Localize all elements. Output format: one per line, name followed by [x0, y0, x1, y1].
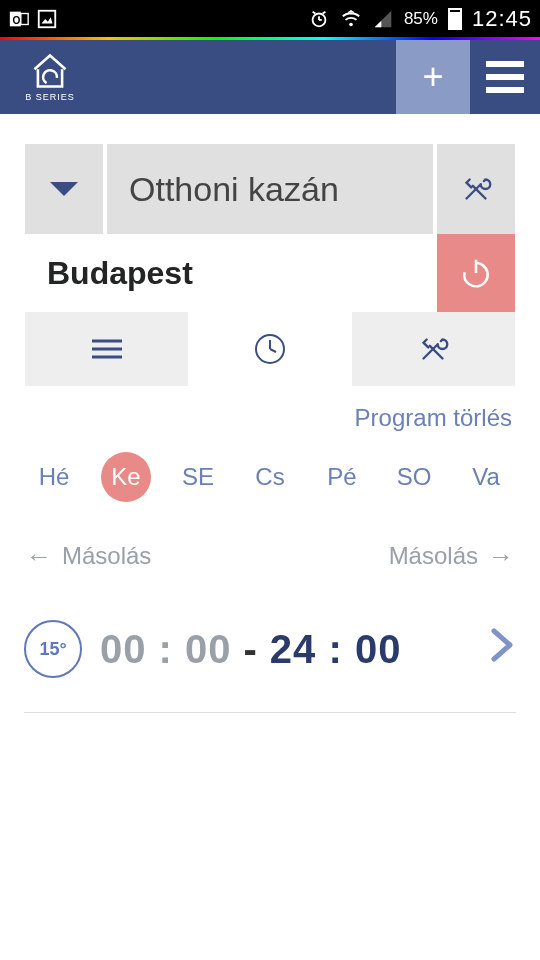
outlook-icon: O	[8, 8, 30, 30]
svg-point-10	[349, 22, 353, 26]
plus-icon: +	[422, 56, 443, 98]
chevron-down-icon	[50, 182, 78, 196]
copy-next-label: Másolás	[389, 542, 478, 570]
copy-row: ← Másolás Másolás →	[0, 518, 540, 594]
svg-rect-1	[21, 13, 28, 24]
svg-line-8	[312, 11, 315, 13]
device-selector: Otthoni kazán	[25, 144, 515, 234]
tab-list[interactable]	[25, 312, 188, 386]
status-bar: O 85% 12:45	[0, 0, 540, 37]
location-row: Budapest	[25, 234, 515, 312]
app-header: B SERIES +	[0, 40, 540, 114]
schedule-entry[interactable]: 15° 00 : 00 - 24 : 00	[0, 594, 540, 696]
copy-next-button[interactable]: Másolás →	[389, 542, 514, 570]
logo-label: B SERIES	[25, 92, 75, 102]
app-logo[interactable]: B SERIES	[0, 52, 100, 102]
list-icon	[90, 337, 124, 361]
time-start: 00 : 00	[100, 627, 232, 672]
day-tue[interactable]: Ke	[101, 452, 151, 502]
tools-icon	[414, 330, 452, 368]
tabs	[25, 312, 515, 386]
power-button[interactable]	[437, 234, 515, 312]
svg-rect-3	[39, 10, 56, 27]
device-name[interactable]: Otthoni kazán	[107, 144, 433, 234]
power-icon	[456, 253, 496, 293]
svg-text:O: O	[13, 14, 21, 25]
location-name: Budapest	[25, 255, 437, 292]
signal-icon	[372, 8, 394, 30]
svg-marker-13	[375, 20, 382, 27]
arrow-right-icon: →	[488, 543, 514, 569]
add-button[interactable]: +	[396, 40, 470, 114]
day-wed[interactable]: SE	[173, 452, 223, 502]
time-range: 00 : 00 - 24 : 00	[100, 627, 401, 672]
arrow-left-icon: ←	[26, 543, 52, 569]
day-thu[interactable]: Cs	[245, 452, 295, 502]
svg-marker-12	[375, 10, 392, 27]
menu-icon	[486, 61, 524, 67]
copy-prev-label: Másolás	[62, 542, 151, 570]
gallery-icon	[36, 8, 58, 30]
device-settings-button[interactable]	[437, 144, 515, 234]
battery-percent: 85%	[404, 9, 438, 29]
day-sat[interactable]: SO	[389, 452, 439, 502]
temperature-badge[interactable]: 15°	[24, 620, 82, 678]
divider	[24, 712, 516, 713]
copy-prev-button[interactable]: ← Másolás	[26, 542, 151, 570]
tab-settings[interactable]	[352, 312, 515, 386]
day-selector: Hé Ke SE Cs Pé SO Va	[0, 444, 540, 518]
chevron-right-icon[interactable]	[488, 627, 516, 672]
tools-icon	[457, 170, 495, 208]
menu-button[interactable]	[470, 61, 540, 93]
day-sun[interactable]: Va	[461, 452, 511, 502]
clock-time: 12:45	[472, 6, 532, 32]
day-fri[interactable]: Pé	[317, 452, 367, 502]
device-dropdown-button[interactable]	[25, 144, 103, 234]
time-end: 24 : 00	[270, 627, 402, 672]
day-mon[interactable]: Hé	[29, 452, 79, 502]
time-separator: -	[244, 627, 258, 672]
program-delete-link[interactable]: Program törlés	[0, 386, 540, 444]
battery-icon	[448, 8, 462, 30]
svg-marker-4	[42, 17, 53, 23]
clock-icon	[253, 332, 287, 366]
svg-line-9	[323, 11, 326, 13]
tab-schedule[interactable]	[188, 312, 351, 386]
wifi-icon	[340, 8, 362, 30]
svg-line-21	[270, 349, 276, 352]
alarm-icon	[308, 8, 330, 30]
